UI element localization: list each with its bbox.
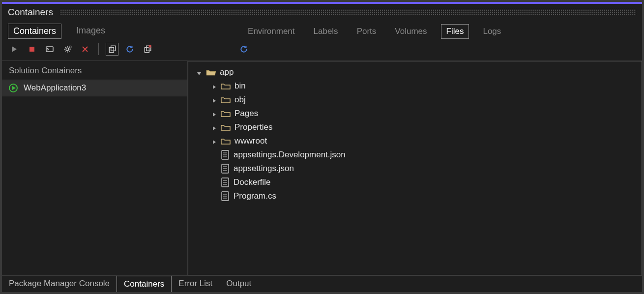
tree-node-label: Dockerfile <box>234 177 271 187</box>
tree-node-label: bin <box>234 81 246 91</box>
file-node-appsettings-json[interactable]: appsettings.json <box>190 162 640 176</box>
panel-title: Containers <box>8 7 53 18</box>
folder-node-properties[interactable]: Properties <box>190 120 640 134</box>
file-icon <box>221 164 230 174</box>
tree-node-label: Pages <box>234 109 258 118</box>
delete-button[interactable] <box>79 43 91 56</box>
tree-node-label: app <box>220 67 234 77</box>
expander-icon[interactable] <box>211 138 217 144</box>
panel-title-row: Containers <box>2 4 642 20</box>
folder-node-obj[interactable]: obj <box>190 93 640 107</box>
folder-icon <box>221 137 231 145</box>
file-tree-pane[interactable]: appbinobjPagesPropertieswwwrootappsettin… <box>188 61 642 275</box>
detail-tab-ports[interactable]: Ports <box>352 25 381 38</box>
folder-icon <box>221 82 231 90</box>
folder-node-app[interactable]: app <box>190 65 640 79</box>
file-node-appsettings-development-json[interactable]: appsettings.Development.json <box>190 148 640 162</box>
detail-tab-files[interactable]: Files <box>441 24 469 39</box>
tree-node-label: appsettings.json <box>234 164 294 174</box>
expander-icon <box>211 166 217 172</box>
folder-node-pages[interactable]: Pages <box>190 107 640 120</box>
sidebar-heading: Solution Containers <box>2 61 187 80</box>
toolbar-row <box>2 42 642 61</box>
detail-tab-logs[interactable]: Logs <box>478 25 506 38</box>
prune-button[interactable] <box>141 43 154 56</box>
tree-node-label: obj <box>234 95 246 105</box>
bottom-tab-error-list[interactable]: Error List <box>172 276 219 292</box>
top-tab-images[interactable]: Images <box>71 24 110 39</box>
refresh-button[interactable] <box>123 43 136 56</box>
expander-icon <box>211 179 217 185</box>
container-name: WebApplication3 <box>24 83 86 93</box>
file-node-program-cs[interactable]: Program.cs <box>190 189 640 203</box>
expander-icon[interactable] <box>211 124 217 130</box>
file-icon <box>221 177 230 187</box>
expander-icon[interactable] <box>211 111 217 117</box>
folder-node-bin[interactable]: bin <box>190 79 640 93</box>
running-status-icon <box>9 84 18 92</box>
bottom-tab-package-manager-console[interactable]: Package Manager Console <box>2 276 117 292</box>
folder-node-wwwroot[interactable]: wwwroot <box>190 134 640 148</box>
tree-node-label: Program.cs <box>234 191 276 201</box>
folder-icon <box>221 110 231 118</box>
folder-icon <box>221 123 231 131</box>
container-list-sidebar: Solution Containers WebApplication3 <box>2 61 188 275</box>
file-node-dockerfile[interactable]: Dockerfile <box>190 176 640 189</box>
detail-tab-volumes[interactable]: Volumes <box>390 25 432 38</box>
container-item[interactable]: WebApplication3 <box>2 80 187 96</box>
file-icon <box>221 150 230 160</box>
tree-node-label: appsettings.Development.json <box>234 150 346 160</box>
bottom-tool-window-tabs: Package Manager ConsoleContainersError L… <box>2 275 642 292</box>
tree-node-label: Properties <box>234 122 272 132</box>
file-icon <box>221 191 230 201</box>
copy-stack-button[interactable] <box>106 43 118 56</box>
bottom-tab-containers[interactable]: Containers <box>117 276 172 292</box>
bottom-tab-output[interactable]: Output <box>219 276 258 292</box>
folder-icon <box>221 96 231 104</box>
expander-icon[interactable] <box>211 97 217 103</box>
tree-node-label: wwwroot <box>234 136 267 146</box>
terminal-button[interactable] <box>43 43 56 56</box>
layout-tabs-row: ContainersImages EnvironmentLabelsPortsV… <box>2 20 642 42</box>
settings-button[interactable] <box>61 43 74 56</box>
stop-button[interactable] <box>26 43 38 56</box>
expander-icon[interactable] <box>196 69 202 75</box>
files-refresh-button[interactable] <box>237 43 250 56</box>
top-tab-containers[interactable]: Containers <box>8 24 61 39</box>
expander-icon[interactable] <box>211 83 217 89</box>
toolbar-separator <box>98 43 99 55</box>
folder-open-icon <box>206 68 216 76</box>
detail-tab-environment[interactable]: Environment <box>243 25 299 38</box>
detail-tab-labels[interactable]: Labels <box>309 25 343 38</box>
expander-icon <box>211 152 217 158</box>
expander-icon <box>211 193 217 199</box>
panel-grip[interactable] <box>60 9 636 16</box>
play-button[interactable] <box>8 43 21 56</box>
